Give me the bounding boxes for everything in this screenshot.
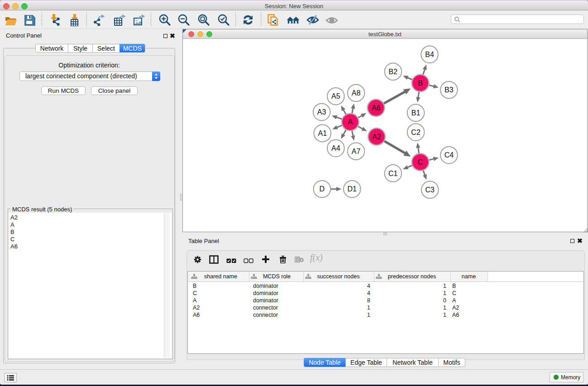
svg-text:B2: B2	[389, 68, 398, 76]
svg-text:D: D	[320, 185, 325, 193]
svg-text:A4: A4	[331, 144, 340, 152]
svg-text:A3: A3	[317, 108, 326, 116]
svg-text:A: A	[348, 118, 353, 126]
svg-text:B1: B1	[411, 109, 421, 117]
svg-text:A6: A6	[372, 104, 381, 112]
svg-text:B4: B4	[425, 51, 434, 58]
svg-text:C4: C4	[445, 151, 454, 159]
svg-text:C2: C2	[411, 129, 421, 136]
svg-text:C1: C1	[388, 170, 398, 177]
svg-text:A2: A2	[372, 133, 381, 141]
svg-text:A8: A8	[352, 89, 361, 97]
svg-text:B: B	[418, 79, 423, 87]
svg-text:A1: A1	[318, 129, 327, 137]
svg-text:A7: A7	[352, 148, 361, 155]
svg-text:C: C	[418, 158, 423, 166]
svg-text:B3: B3	[445, 86, 454, 94]
svg-text:C3: C3	[425, 186, 435, 194]
svg-text:D1: D1	[348, 185, 357, 193]
svg-text:A5: A5	[331, 92, 340, 100]
